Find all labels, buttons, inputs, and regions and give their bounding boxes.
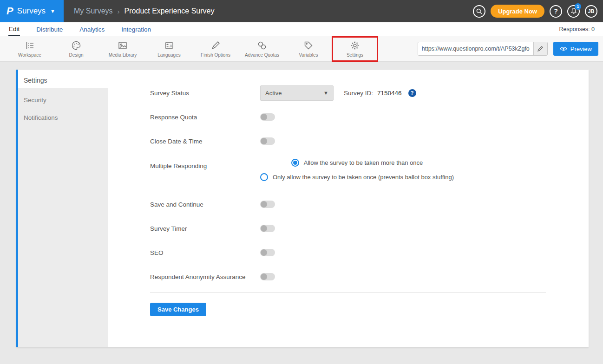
workspace-icon bbox=[25, 40, 35, 51]
survey-timer-toggle[interactable] bbox=[260, 225, 275, 232]
product-name: Surveys bbox=[17, 6, 46, 16]
nav-tab-integration[interactable]: Integration bbox=[121, 24, 151, 35]
toolbar-item-finish-options[interactable]: Finish Options bbox=[192, 36, 239, 62]
toolbar-item-settings[interactable]: Settings bbox=[332, 36, 378, 62]
breadcrumb-separator: › bbox=[118, 7, 120, 15]
edit-toolbar: Workspace Design Media Library A Languag… bbox=[0, 36, 603, 62]
user-avatar[interactable]: JB bbox=[585, 5, 597, 18]
notification-badge: 1 bbox=[575, 3, 581, 10]
divider bbox=[150, 292, 546, 293]
topbar-actions: Upgrade Now ? 1 JB bbox=[473, 5, 603, 18]
questionpro-logo-icon: P bbox=[7, 5, 13, 17]
toolbar-item-variables[interactable]: Variables bbox=[285, 36, 332, 62]
toggle-knob bbox=[261, 249, 267, 256]
radio-allow-multiple[interactable]: Allow the survey to be taken more than o… bbox=[291, 159, 423, 167]
save-changes-button[interactable]: Save Changes bbox=[150, 303, 206, 316]
toggle-knob bbox=[261, 114, 267, 120]
response-quota-toggle[interactable] bbox=[260, 113, 275, 121]
survey-url-input[interactable] bbox=[418, 42, 533, 55]
chevron-down-icon: ▼ bbox=[323, 90, 328, 96]
toolbar-label: Settings bbox=[347, 52, 363, 58]
sidebar-item-settings[interactable]: Settings bbox=[18, 70, 108, 88]
toolbar-item-design[interactable]: Design bbox=[53, 36, 99, 62]
settings-form: Survey Status Active ▼ Survey ID: 715044… bbox=[108, 70, 589, 347]
toolbar-label: Workspace bbox=[18, 52, 41, 58]
survey-url-field bbox=[418, 42, 548, 56]
upgrade-now-button[interactable]: Upgrade Now bbox=[491, 5, 544, 18]
design-palette-icon bbox=[71, 40, 81, 51]
save-continue-row: Save and Continue bbox=[150, 192, 546, 216]
radio-unselected-icon bbox=[260, 173, 268, 181]
toggle-knob bbox=[261, 138, 267, 144]
toolbar-item-languages[interactable]: A Languages bbox=[146, 36, 192, 62]
survey-timer-row: Survey Timer bbox=[150, 216, 546, 240]
notifications-button[interactable]: 1 bbox=[567, 5, 580, 18]
toggle-knob bbox=[261, 225, 267, 232]
avatar-initials: JB bbox=[588, 8, 594, 14]
variables-tag-icon bbox=[303, 40, 314, 51]
nav-tab-distribute[interactable]: Distribute bbox=[36, 24, 63, 35]
question-mark-icon: ? bbox=[554, 7, 558, 15]
settings-sidebar: Settings Security Notifications bbox=[18, 70, 108, 347]
page-title: Product Experience Survey bbox=[125, 7, 215, 15]
toggle-knob bbox=[261, 201, 267, 208]
pencil-icon bbox=[537, 46, 543, 52]
response-quota-row: Response Quota bbox=[150, 105, 546, 129]
anonymity-label: Respondent Anonymity Assurance bbox=[150, 273, 260, 280]
main-area: Settings Security Notifications Survey S… bbox=[0, 62, 603, 347]
seo-label: SEO bbox=[150, 249, 260, 256]
sidebar-item-security[interactable]: Security bbox=[18, 91, 108, 109]
help-button[interactable]: ? bbox=[550, 5, 562, 18]
close-date-toggle[interactable] bbox=[260, 137, 275, 145]
multiple-responding-label: Multiple Responding bbox=[150, 153, 260, 169]
nav-tab-edit[interactable]: Edit bbox=[8, 23, 20, 36]
search-button[interactable] bbox=[473, 5, 485, 18]
toolbar-label: Variables bbox=[299, 52, 318, 58]
finish-options-icon bbox=[210, 40, 221, 51]
survey-id-label: Survey ID: bbox=[344, 90, 373, 97]
topbar: P Surveys ▼ My Surveys › Product Experie… bbox=[0, 0, 603, 22]
svg-text:A: A bbox=[170, 44, 172, 48]
eye-icon bbox=[560, 46, 567, 51]
preview-button[interactable]: Preview bbox=[553, 42, 598, 56]
anonymity-toggle[interactable] bbox=[260, 273, 275, 280]
settings-card: Settings Security Notifications Survey S… bbox=[16, 70, 589, 347]
anonymity-row: Respondent Anonymity Assurance bbox=[150, 265, 546, 289]
seo-toggle[interactable] bbox=[260, 249, 275, 256]
save-continue-toggle[interactable] bbox=[260, 201, 275, 208]
sidebar-item-label: Notifications bbox=[24, 114, 58, 121]
radio-option-label: Allow the survey to be taken more than o… bbox=[304, 159, 423, 166]
sidebar-item-notifications[interactable]: Notifications bbox=[18, 109, 108, 126]
toolbar-label: Languages bbox=[157, 52, 181, 58]
search-icon bbox=[476, 8, 482, 14]
sidebar-item-label: Security bbox=[24, 97, 46, 104]
nav-tab-analytics[interactable]: Analytics bbox=[79, 24, 105, 35]
radio-option-label: Only allow the survey to be taken once (… bbox=[273, 174, 454, 181]
survey-status-row: Survey Status Active ▼ Survey ID: 715044… bbox=[150, 81, 546, 105]
edit-url-button[interactable] bbox=[533, 42, 547, 55]
survey-id-help-icon[interactable]: ? bbox=[408, 89, 416, 97]
survey-status-select[interactable]: Active ▼ bbox=[260, 85, 334, 101]
toolbar-label: Design bbox=[69, 52, 83, 58]
preview-label: Preview bbox=[570, 46, 592, 52]
sidebar-item-label: Settings bbox=[24, 77, 52, 90]
advance-quotas-icon bbox=[257, 40, 267, 51]
radio-selected-icon bbox=[291, 159, 299, 167]
radio-allow-once[interactable]: Only allow the survey to be taken once (… bbox=[260, 173, 454, 181]
multiple-responding-row: Multiple Responding Allow the survey to … bbox=[150, 153, 546, 192]
toolbar-label: Media Library bbox=[109, 52, 137, 58]
survey-status-label: Survey Status bbox=[150, 90, 260, 97]
close-date-row: Close Date & Time bbox=[150, 129, 546, 153]
save-continue-label: Save and Continue bbox=[150, 201, 260, 208]
media-library-icon bbox=[118, 40, 128, 51]
toolbar-item-workspace[interactable]: Workspace bbox=[7, 36, 53, 62]
sidebar-group: Security Notifications bbox=[18, 88, 108, 347]
toolbar-label: Finish Options bbox=[201, 52, 230, 58]
toolbar-item-media-library[interactable]: Media Library bbox=[99, 36, 146, 62]
seo-row: SEO bbox=[150, 240, 546, 265]
response-quota-label: Response Quota bbox=[150, 114, 260, 121]
breadcrumb-my-surveys[interactable]: My Surveys bbox=[74, 7, 113, 15]
product-switcher[interactable]: P Surveys ▼ bbox=[0, 0, 64, 22]
toolbar-item-advance-quotas[interactable]: Advance Quotas bbox=[239, 36, 285, 62]
toggle-knob bbox=[261, 273, 267, 280]
